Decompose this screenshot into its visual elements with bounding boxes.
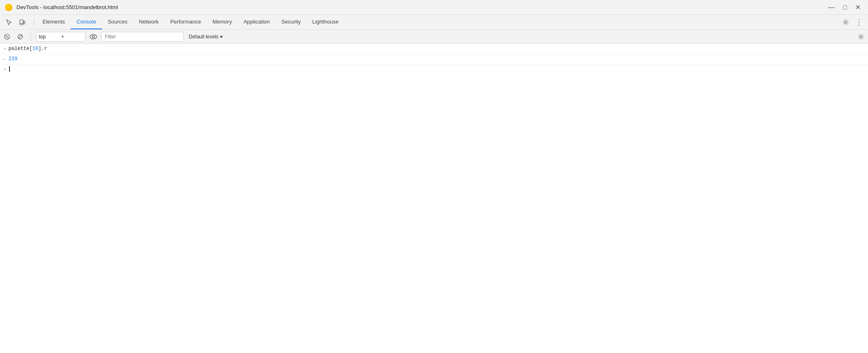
title-bar-left: DevTools - localhost:5501/mandelbrot.htm… (5, 4, 118, 11)
tab-memory[interactable]: Memory (207, 15, 238, 29)
console-settings-icon (858, 33, 864, 40)
console-entry-output: ← 239 (0, 54, 868, 64)
eye-icon (90, 34, 97, 39)
main-nav: Elements Console Sources Network Perform… (37, 15, 840, 29)
console-entry-input: › palette[10].r (0, 44, 868, 54)
devtools-settings-button[interactable] (840, 17, 851, 28)
filter-input[interactable] (101, 32, 184, 42)
window-controls: — □ ✕ (825, 3, 863, 12)
block-icon (17, 33, 24, 40)
maximize-button[interactable]: □ (840, 3, 849, 12)
tab-network[interactable]: Network (133, 15, 165, 29)
toolbar-divider (34, 18, 34, 26)
svg-point-3 (845, 21, 847, 23)
clear-console-icon (4, 33, 10, 40)
close-button[interactable]: ✕ (853, 3, 863, 12)
tab-security[interactable]: Security (275, 15, 306, 29)
inspect-element-icon (6, 19, 12, 26)
eye-button[interactable] (88, 31, 99, 42)
svg-rect-1 (24, 21, 25, 24)
device-toggle-button[interactable] (17, 17, 28, 28)
toolbar-icon-group (3, 17, 28, 28)
console-toolbar-divider (31, 33, 31, 41)
tab-performance[interactable]: Performance (164, 15, 206, 29)
context-selector[interactable]: top ▾ (36, 32, 85, 42)
settings-icon (842, 19, 849, 26)
console-output: › palette[10].r ← 239 › (0, 44, 868, 353)
chevron-active: › (3, 66, 6, 72)
minimize-button[interactable]: — (825, 3, 837, 12)
chevron-input: › (3, 45, 6, 52)
svg-point-8 (90, 34, 97, 39)
console-input-index: 10 (32, 46, 38, 52)
svg-rect-0 (20, 20, 23, 25)
console-active-input[interactable]: › (0, 64, 868, 73)
more-options-icon: ⋮ (855, 18, 863, 27)
more-options-button[interactable]: ⋮ (853, 17, 865, 28)
context-arrow: ▾ (62, 34, 83, 39)
svg-point-9 (92, 36, 95, 38)
tab-lighthouse[interactable]: Lighthouse (306, 15, 344, 29)
svg-point-10 (860, 36, 862, 38)
console-output-value: 239 (9, 55, 18, 63)
title-bar: DevTools - localhost:5501/mandelbrot.htm… (0, 0, 868, 15)
svg-line-7 (19, 35, 22, 38)
chrome-icon (5, 4, 12, 11)
device-toggle-icon (19, 19, 26, 26)
window-title: DevTools - localhost:5501/mandelbrot.htm… (17, 4, 118, 10)
clear-console-button[interactable] (2, 31, 12, 42)
console-settings-button[interactable] (856, 31, 866, 42)
toolbar-right-icons: ⋮ (840, 17, 865, 28)
console-input-text: palette[10].r (9, 45, 47, 52)
devtools-main-toolbar: Elements Console Sources Network Perform… (0, 15, 868, 30)
levels-arrow: ▾ (220, 34, 223, 40)
levels-button[interactable]: Default levels ▾ (186, 32, 225, 42)
chevron-output: ← (3, 55, 6, 63)
tab-elements[interactable]: Elements (37, 15, 71, 29)
block-button[interactable] (15, 31, 26, 42)
svg-line-5 (6, 36, 8, 38)
console-toolbar: top ▾ Default levels ▾ (0, 30, 868, 44)
tab-application[interactable]: Application (238, 15, 276, 29)
console-cursor (9, 66, 10, 72)
tab-console[interactable]: Console (71, 15, 102, 29)
tab-sources[interactable]: Sources (102, 15, 133, 29)
inspect-element-button[interactable] (3, 17, 15, 28)
